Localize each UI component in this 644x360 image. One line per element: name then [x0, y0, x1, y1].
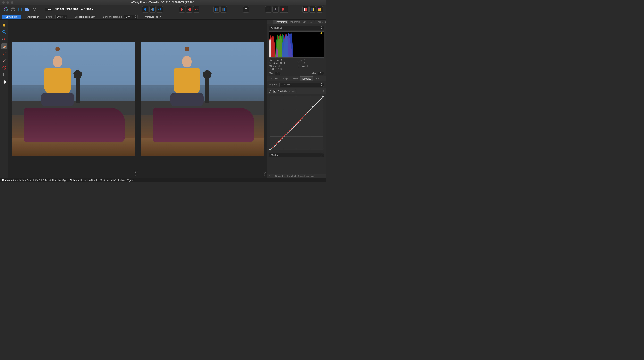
curve-node[interactable]: [322, 96, 324, 98]
tab-focus[interactable]: Fokus: [315, 20, 324, 24]
tab-histogram[interactable]: Histogramm: [274, 20, 288, 24]
curve-channel-select[interactable]: Master: [269, 153, 324, 157]
persona-export-icon[interactable]: [31, 6, 38, 12]
save-preset-button[interactable]: Vorgabe speichern: [72, 15, 98, 19]
curves-checkbox[interactable]: ✓: [274, 90, 276, 92]
tab-info[interactable]: Info: [311, 175, 314, 177]
after-pane[interactable]: Nach: [8, 20, 138, 178]
svg-rect-12: [190, 8, 190, 10]
tab-history[interactable]: Protokoll: [287, 175, 296, 177]
width-dropdown[interactable]: 50 px: [56, 15, 67, 19]
curves-icon: [269, 90, 272, 93]
tab-exif[interactable]: EXIF: [308, 20, 315, 24]
curve-node[interactable]: [311, 106, 313, 108]
tab-scope[interactable]: Bandbreite: [288, 20, 302, 24]
overlay-gradient-tool[interactable]: [1, 65, 7, 71]
clip-shadows-button[interactable]: [213, 6, 220, 12]
split-view-button[interactable]: [149, 6, 156, 12]
snap-axis-button[interactable]: [272, 6, 278, 12]
left-toolbar: [0, 20, 8, 178]
single-view-button[interactable]: [142, 6, 148, 12]
curves-panel: [267, 94, 326, 152]
preset-select[interactable]: Standard: [279, 82, 324, 87]
reset-icon[interactable]: ↺: [322, 90, 324, 93]
redeye-tool[interactable]: [1, 36, 7, 42]
overlay-paint-tool[interactable]: [1, 50, 7, 56]
svg-rect-15: [222, 8, 224, 11]
blemish-value: Ohne: [126, 16, 132, 18]
tab-details[interactable]: Details: [290, 76, 300, 81]
svg-rect-23: [313, 8, 314, 11]
tab-tones[interactable]: Tonwerte: [300, 76, 313, 81]
close-icon[interactable]: [2, 1, 5, 4]
hand-tool[interactable]: [1, 22, 7, 28]
sync-before-button[interactable]: [179, 6, 185, 12]
wb-tool[interactable]: [1, 79, 7, 85]
curves-header[interactable]: ✓ Gradationskurven ↺: [267, 88, 326, 94]
swatch-b-button[interactable]: [310, 6, 316, 12]
panel-grip-icon[interactable]: ⋮⋮: [267, 21, 274, 23]
develop-tabs: ⋮⋮ Einf. Objk Details Tonwerte Ove.: [267, 76, 326, 81]
magnet-button[interactable]: [280, 6, 288, 12]
channel-select[interactable]: Alle Kanäle: [269, 26, 324, 30]
swatch-c-button[interactable]: [317, 6, 323, 12]
svg-rect-11: [181, 8, 182, 10]
persona-develop-icon[interactable]: [17, 6, 23, 12]
persona-photo-icon[interactable]: [3, 6, 9, 12]
curve-channel-row: Master: [267, 152, 326, 158]
svg-rect-25: [318, 8, 320, 10]
curve-channel-value: Master: [271, 154, 278, 156]
status-click-text: = Automatischen Bereich für Schönheitsfe…: [8, 179, 70, 182]
window-controls: [2, 1, 14, 4]
curve-node[interactable]: [278, 141, 280, 143]
histogram-chart[interactable]: [269, 31, 324, 58]
curve-editor[interactable]: [270, 96, 323, 150]
min-input[interactable]: 0: [274, 72, 280, 75]
tab-navigator[interactable]: Navigator: [275, 175, 285, 177]
flashlight-button[interactable]: [243, 6, 249, 12]
tab-basic[interactable]: Einf.: [274, 76, 282, 81]
blemish-tool[interactable]: [1, 44, 7, 49]
sync-after-button[interactable]: [186, 6, 192, 12]
blemish-dropdown[interactable]: Ohne: [124, 15, 138, 19]
preset-row: Vorgabe: Standard: [267, 81, 326, 88]
persona-tone-icon[interactable]: [24, 6, 30, 12]
panel-menu-icon[interactable]: ≡: [324, 21, 326, 23]
viewport[interactable]: Nach Vor: [8, 20, 267, 178]
clipping-warning-icon[interactable]: [320, 32, 323, 34]
persona-liquify-icon[interactable]: [10, 6, 16, 12]
develop-button[interactable]: Entwickeln: [2, 14, 21, 19]
svg-rect-10: [152, 8, 154, 10]
zoom-tool[interactable]: [1, 29, 7, 35]
tab-overlays[interactable]: Ove.: [313, 76, 321, 81]
load-preset-button[interactable]: Vorgabe laden: [142, 15, 164, 19]
cancel-button[interactable]: Abbrechen: [23, 15, 44, 19]
sync-both-button[interactable]: [193, 6, 200, 12]
crop-tool[interactable]: [1, 72, 7, 78]
curve-node[interactable]: [269, 149, 271, 151]
swatch-a-button[interactable]: [302, 6, 308, 12]
clip-highlights-button[interactable]: [220, 6, 227, 12]
grid-button[interactable]: [265, 6, 272, 12]
tab-location[interactable]: Ort: [302, 20, 308, 24]
before-photo: [141, 42, 264, 156]
svg-point-26: [3, 30, 5, 33]
mirror-view-button[interactable]: [156, 6, 163, 12]
stat-pixel0: Pixel: 0: [298, 62, 324, 64]
histogram-tabs: ⋮⋮ Histogramm Bandbreite Ort EXIF Fokus …: [267, 20, 326, 24]
histogram-body: Alle Kanäle Durch.: 27.83 Stufe: 0 Std. …: [267, 24, 326, 76]
zoom-icon[interactable]: [11, 1, 14, 4]
overlay-erase-tool[interactable]: [1, 58, 7, 64]
svg-rect-16: [224, 8, 225, 11]
svg-rect-19: [275, 8, 276, 10]
panel-grip-icon[interactable]: ⋮⋮: [268, 175, 273, 177]
before-pane[interactable]: Vor: [138, 20, 267, 178]
tab-snapshots[interactable]: Snapshots: [298, 175, 308, 177]
stat-stddev: Std. Abw.: 31.81: [269, 62, 296, 64]
blemish-label: Schönheitsfehler:: [103, 16, 122, 18]
svg-rect-17: [245, 8, 247, 8]
max-input[interactable]: 1: [318, 72, 324, 75]
panel-grip-icon[interactable]: ⋮⋮: [267, 76, 274, 81]
minimize-icon[interactable]: [6, 1, 9, 4]
tab-lens[interactable]: Objk: [282, 76, 290, 81]
